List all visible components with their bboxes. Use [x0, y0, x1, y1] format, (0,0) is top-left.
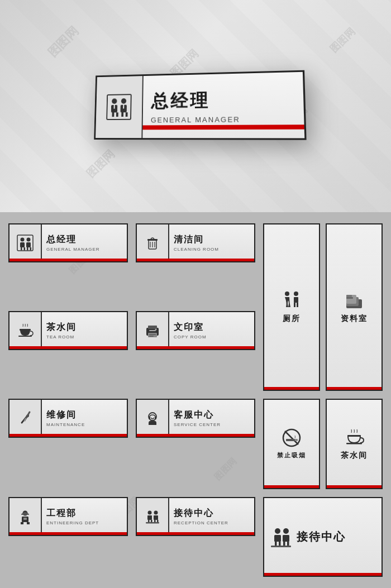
svg-rect-76: [283, 535, 289, 542]
sign-reception-small-english: RECEPTION CENTER: [174, 520, 250, 525]
sign-tea-room-text: 茶水间 TEA ROOM: [42, 319, 127, 342]
sign-reception-small-red: [137, 532, 254, 535]
sign-maintenance-english: MAINTENANCE: [46, 422, 122, 427]
svg-rect-33: [346, 295, 352, 297]
sign-no-smoking-red: [264, 485, 319, 488]
svg-rect-63: [147, 515, 152, 520]
sign-tea-room-v-chinese: 茶水间: [341, 451, 368, 461]
sign-general-manager-chinese: 总经理: [46, 234, 122, 246]
svg-rect-35: [20, 329, 31, 331]
sign-cleaning-room: 清洁间 CLEANING ROOM: [136, 223, 255, 262]
sign-copy-room-text: 文印室 COPY ROOM: [169, 319, 254, 342]
svg-rect-38: [148, 326, 157, 329]
svg-rect-79: [271, 546, 291, 547]
reception-small-icon-box: [137, 498, 169, 535]
sign-service-center-english: SERVICE CENTER: [174, 422, 250, 427]
sign-engineering: 工程部 ENTINEERING DEPT: [8, 497, 128, 536]
svg-rect-40: [149, 330, 156, 331]
sign-files-room: 资料室: [326, 223, 383, 391]
svg-rect-27: [294, 297, 298, 303]
sign-tea-room-red: [9, 346, 127, 349]
sign-general-manager-english: GENERAL MANAGER: [46, 247, 122, 252]
sign-toilet-red: [264, 387, 319, 390]
sign-engineering-text: 工程部 ENTINEERING DEPT: [42, 505, 127, 528]
sign-tea-room-v-red: [327, 485, 382, 488]
sign-tea-room: 茶水间 TEA ROOM: [8, 311, 128, 350]
right-bottom-pair: 禁止吸烟 茶水间: [263, 399, 383, 490]
svg-rect-54: [149, 417, 150, 419]
manager-small-icon: [17, 235, 34, 251]
sign-tea-room-chinese: 茶水间: [46, 322, 122, 333]
sign-service-center: 客服中心 SERVICE CENTER: [136, 399, 255, 438]
svg-point-25: [285, 291, 289, 296]
svg-rect-60: [27, 522, 30, 524]
sign-reception-small: 接待中心 RECEPTION CENTER: [136, 497, 255, 536]
service-icon-box: [137, 400, 169, 437]
main-sign-red-bar: [142, 125, 304, 130]
svg-rect-70: [146, 522, 159, 524]
tools-icon: [17, 410, 34, 427]
sign-service-center-chinese: 客服中心: [174, 409, 250, 421]
svg-rect-55: [155, 417, 156, 419]
svg-rect-34: [346, 297, 353, 299]
sign-maintenance-text: 维修间 MAINTENANCE: [42, 407, 127, 430]
svg-point-26: [294, 291, 298, 296]
sign-service-center-red: [137, 434, 254, 437]
sign-no-smoking-chinese: 禁止吸烟: [277, 451, 306, 460]
cleaning-icon: [144, 235, 161, 251]
svg-rect-19: [30, 247, 32, 250]
sign-engineering-english: ENTINEERING DEPT: [46, 520, 122, 525]
sign-general-manager-text: 总经理 GENERAL MANAGER: [42, 231, 127, 255]
sign-tea-room-v: 茶水间: [326, 399, 383, 490]
main-sign-english: GENERAL MANAGER: [151, 114, 295, 124]
svg-rect-15: [24, 247, 26, 250]
svg-point-1: [112, 98, 117, 104]
svg-rect-77: [283, 542, 285, 546]
svg-rect-68: [154, 520, 156, 522]
svg-rect-78: [287, 542, 289, 546]
main-sign-board: 总经理 GENERAL MANAGER: [94, 70, 306, 140]
bottom-section: 图图网 图图网 图图网 图图网 图图网 图图网 总经理 GENERAL MANA…: [0, 212, 391, 588]
svg-rect-67: [154, 515, 158, 520]
engineer-icon: [17, 508, 34, 525]
service-icon: [144, 410, 161, 427]
svg-line-45: [285, 431, 298, 444]
sign-reception-small-chinese: 接待中心: [174, 508, 250, 519]
sign-reception-large-red: [264, 573, 382, 576]
svg-point-71: [275, 528, 280, 534]
sign-general-manager: 总经理 GENERAL MANAGER: [8, 223, 128, 262]
right-top-pair: 厕所 资料室: [263, 223, 383, 391]
sign-files-room-chinese: 资料室: [341, 314, 368, 324]
sign-reception-large-text: 接待中心: [297, 529, 346, 544]
general-manager-icon-box: [9, 224, 42, 261]
svg-point-66: [154, 511, 158, 515]
reception-large-icon: [270, 526, 292, 548]
svg-rect-21: [147, 239, 158, 241]
sign-maintenance-chinese: 维修间: [46, 409, 122, 421]
svg-rect-49: [346, 443, 362, 444]
svg-rect-4: [116, 112, 118, 117]
svg-rect-7: [121, 112, 123, 117]
svg-rect-29: [297, 303, 298, 307]
svg-rect-48: [347, 435, 361, 437]
cleaning-icon-box: [137, 224, 169, 261]
svg-rect-41: [149, 334, 156, 335]
engineer-icon-box: [9, 498, 42, 535]
sign-reception-small-text: 接待中心 RECEPTION CENTER: [169, 505, 254, 528]
sign-engineering-red: [9, 532, 127, 535]
watermark-b4: 图图网: [212, 456, 240, 483]
manager-icon: [104, 92, 133, 122]
sign-no-smoking: 禁止吸烟: [263, 399, 320, 490]
sign-copy-room-chinese: 文印室: [174, 322, 250, 333]
sign-toilet-chinese: 厕所: [283, 314, 301, 324]
svg-rect-13: [20, 242, 25, 247]
sign-cleaning-room-red: [137, 259, 254, 261]
tea-icon: [17, 322, 34, 339]
main-sign-chinese: 总经理: [151, 87, 295, 113]
svg-rect-47: [295, 439, 298, 441]
sign-service-center-text: 客服中心 SERVICE CENTER: [169, 407, 254, 430]
sign-engineering-chinese: 工程部: [46, 508, 122, 519]
svg-rect-3: [112, 112, 115, 117]
svg-rect-64: [148, 520, 150, 522]
reception-small-icon: [144, 508, 161, 525]
